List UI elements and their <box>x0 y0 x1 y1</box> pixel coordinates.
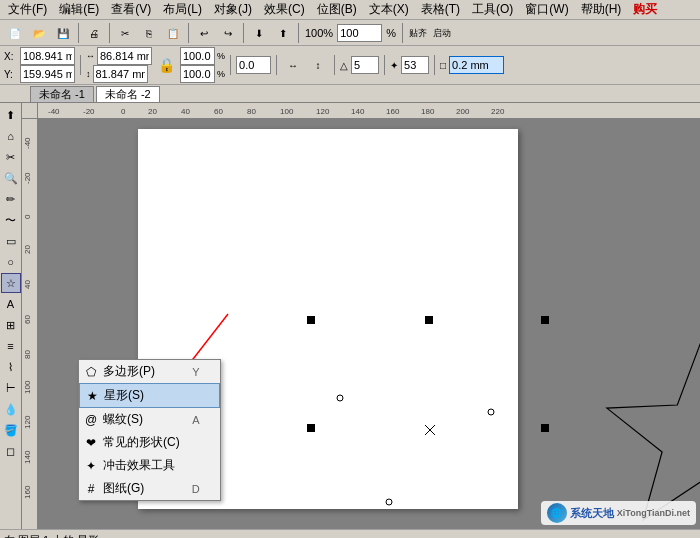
tool-eyedrop[interactable]: 💧 <box>1 399 21 419</box>
startup-btn[interactable]: 启动 <box>431 22 453 44</box>
tool-zoom[interactable]: 🔍 <box>1 168 21 188</box>
tab-doc2[interactable]: 未命名 -2 <box>96 86 160 102</box>
cut-btn[interactable]: ✂ <box>114 22 136 44</box>
prop-sep5 <box>384 55 385 75</box>
svg-marker-25 <box>607 339 700 520</box>
menu-text[interactable]: 文本(X) <box>363 0 415 19</box>
new-btn[interactable]: 📄 <box>4 22 26 44</box>
tabbar: 未命名 -1 未命名 -2 <box>0 85 700 103</box>
handle-tr[interactable] <box>541 316 549 324</box>
svg-text:20: 20 <box>148 107 157 116</box>
menu-effects[interactable]: 效果(C) <box>258 0 311 19</box>
star-icon: ★ <box>84 389 100 403</box>
zoom-pct: % <box>386 27 396 39</box>
shapes-icon: ❤ <box>83 436 99 450</box>
svg-text:80: 80 <box>247 107 256 116</box>
menu-file[interactable]: 文件(F) <box>2 0 53 19</box>
menu-view[interactable]: 查看(V) <box>105 0 157 19</box>
prop-sep2 <box>230 55 231 75</box>
handle-mr[interactable] <box>541 424 549 432</box>
tool-shape[interactable]: ⌂ <box>1 126 21 146</box>
print-btn[interactable]: 🖨 <box>83 22 105 44</box>
snap-btn[interactable]: 贴齐 <box>407 22 429 44</box>
tool-polygon[interactable]: ☆ <box>1 273 21 293</box>
menu-help[interactable]: 帮助(H) <box>575 0 628 19</box>
tool-measure[interactable]: ⊢ <box>1 378 21 398</box>
x-input[interactable] <box>20 47 75 65</box>
tool-select[interactable]: ⬆ <box>1 105 21 125</box>
tool-outline[interactable]: ◻ <box>1 441 21 461</box>
tab-doc1[interactable]: 未命名 -1 <box>30 86 94 102</box>
h-input[interactable] <box>93 65 148 83</box>
handle-tl[interactable] <box>307 316 315 324</box>
svg-text:0: 0 <box>23 214 32 219</box>
menu-layout[interactable]: 布局(L) <box>157 0 208 19</box>
points-input[interactable] <box>351 56 379 74</box>
svg-text:100: 100 <box>23 380 32 394</box>
menu-table[interactable]: 表格(T) <box>415 0 466 19</box>
tool-text[interactable]: A <box>1 294 21 314</box>
tool-freehand[interactable]: ✏ <box>1 189 21 209</box>
polygon-icon: ⬠ <box>83 365 99 379</box>
ctx-spiral[interactable]: @ 螺纹(S) A <box>79 408 220 431</box>
tool-fill[interactable]: 🪣 <box>1 420 21 440</box>
y-input[interactable] <box>20 65 75 83</box>
angle-input[interactable] <box>236 56 271 74</box>
import-btn[interactable]: ⬇ <box>248 22 270 44</box>
sep5 <box>298 23 299 43</box>
tool-table[interactable]: ⊞ <box>1 315 21 335</box>
tool-smart[interactable]: 〜 <box>1 210 21 230</box>
svg-text:80: 80 <box>23 350 32 359</box>
ruler-horizontal: -40 -20 0 20 40 60 80 100 120 140 160 18… <box>38 103 700 119</box>
copy-btn[interactable]: ⎘ <box>138 22 160 44</box>
handle-tc[interactable] <box>425 316 433 324</box>
x-label: X: <box>4 51 18 62</box>
save-btn[interactable]: 💾 <box>52 22 74 44</box>
property-bar: X: Y: ↔ ↕ 🔒 % % ↔ ↕ △ ✦ <box>0 46 700 85</box>
menu-object[interactable]: 对象(J) <box>208 0 258 19</box>
mirror-v-btn[interactable]: ↕ <box>307 54 329 76</box>
open-btn[interactable]: 📂 <box>28 22 50 44</box>
ctx-shapes[interactable]: ❤ 常见的形状(C) <box>79 431 220 454</box>
scale-w-input[interactable] <box>180 47 215 65</box>
export-btn[interactable]: ⬆ <box>272 22 294 44</box>
wh-coords: ↔ ↕ <box>86 47 152 83</box>
paste-btn[interactable]: 📋 <box>162 22 184 44</box>
ctx-star[interactable]: ★ 星形(S) <box>79 383 220 408</box>
tool-crop[interactable]: ✂ <box>1 147 21 167</box>
impact-icon: ✦ <box>83 459 99 473</box>
menu-tools[interactable]: 工具(O) <box>466 0 519 19</box>
canvas[interactable]: ⬠ 多边形(P) Y ★ 星形(S) @ 螺纹(S) A <box>38 119 700 529</box>
toolbox: ⬆ ⌂ ✂ 🔍 ✏ 〜 ▭ ○ ☆ A ⊞ ≡ ⌇ ⊢ 💧 🪣 ◻ <box>0 103 22 529</box>
tool-connector[interactable]: ⌇ <box>1 357 21 377</box>
status-text: 在 图层 1 上的 星形 <box>4 533 99 538</box>
lock-ratio-btn[interactable]: 🔒 <box>155 54 177 76</box>
main-toolbar: 📄 📂 💾 🖨 ✂ ⎘ 📋 ↩ ↪ ⬇ ⬆ 100% % 贴齐 启动 <box>0 20 700 46</box>
grid-icon: # <box>83 482 99 496</box>
svg-text:60: 60 <box>23 315 32 324</box>
tool-parallel[interactable]: ≡ <box>1 336 21 356</box>
zoom-input[interactable] <box>337 24 382 42</box>
handle-ml[interactable] <box>307 424 315 432</box>
w-input[interactable] <box>97 47 152 65</box>
menu-buy[interactable]: 购买 <box>627 0 663 19</box>
undo-btn[interactable]: ↩ <box>193 22 215 44</box>
tool-rect[interactable]: ▭ <box>1 231 21 251</box>
scale-h-input[interactable] <box>180 65 215 83</box>
tool-ellipse[interactable]: ○ <box>1 252 21 272</box>
statusbar: 在 图层 1 上的 星形 <box>0 529 700 538</box>
svg-text:-20: -20 <box>23 172 32 184</box>
sep4 <box>243 23 244 43</box>
menu-bitmap[interactable]: 位图(B) <box>311 0 363 19</box>
menu-edit[interactable]: 编辑(E) <box>53 0 105 19</box>
redo-btn[interactable]: ↪ <box>217 22 239 44</box>
sep2 <box>109 23 110 43</box>
mirror-h-btn[interactable]: ↔ <box>282 54 304 76</box>
outline-input[interactable] <box>449 56 504 74</box>
sharpness-input[interactable] <box>401 56 429 74</box>
ctx-grid[interactable]: # 图纸(G) D <box>79 477 220 500</box>
ctx-impact[interactable]: ✦ 冲击效果工具 <box>79 454 220 477</box>
menu-window[interactable]: 窗口(W) <box>519 0 574 19</box>
ctx-polygon[interactable]: ⬠ 多边形(P) Y <box>79 360 220 383</box>
w-arrow: ↔ <box>86 51 95 61</box>
